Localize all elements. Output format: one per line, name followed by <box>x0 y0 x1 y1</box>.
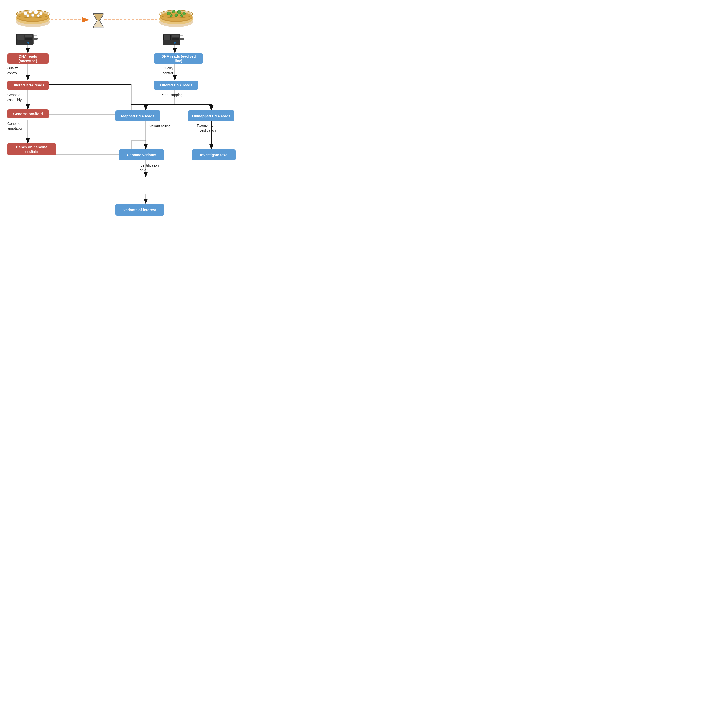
workflow-diagram: DNA reads (ancestor ) Qualitycontrol Fil… <box>0 0 243 238</box>
svg-rect-44 <box>180 38 184 39</box>
box-unmapped: Unmapped DNA reads <box>188 111 234 121</box>
svg-point-27 <box>175 14 178 17</box>
petri-dish-ancestor <box>15 5 51 30</box>
svg-point-14 <box>37 14 40 17</box>
svg-point-25 <box>183 12 185 15</box>
svg-point-22 <box>167 12 170 15</box>
label-taxonomic: TaxonomicInvestigation <box>197 123 216 133</box>
svg-rect-40 <box>164 35 170 39</box>
box-genes-scaffold: Genes on genome scaffold <box>7 143 56 155</box>
svg-point-13 <box>31 14 34 17</box>
hourglass-icon <box>91 12 106 31</box>
svg-rect-42 <box>172 38 179 40</box>
label-genome-assembly: Genomeassembly <box>7 93 21 102</box>
box-variants-interest: Variants of interest <box>116 204 164 215</box>
box-investigate-taxa: Investigate taxa <box>192 149 236 160</box>
sequencer-right <box>161 32 186 47</box>
svg-point-43 <box>174 42 176 44</box>
svg-point-34 <box>27 42 29 44</box>
svg-rect-35 <box>33 38 38 39</box>
svg-point-24 <box>177 10 181 14</box>
box-dna-ancestor: DNA reads (ancestor ) <box>7 53 49 64</box>
label-genome-annotation: Genomeannotation <box>7 121 23 131</box>
box-filtered-evolved: Filtered DNA reads <box>154 80 198 90</box>
label-read-mapping: Read mapping <box>160 93 182 98</box>
label-quality-control-right: Qualitycontrol <box>163 66 173 76</box>
svg-rect-31 <box>17 35 24 39</box>
box-dna-evolved: DNA reads (evolved line) <box>154 53 203 64</box>
svg-point-15 <box>98 20 99 21</box>
sequencer-left <box>15 32 40 47</box>
svg-point-9 <box>29 10 32 13</box>
svg-point-12 <box>27 14 29 17</box>
label-identification-voi: Identificationof VOI <box>140 163 159 173</box>
label-quality-control-left: Qualitycontrol <box>7 66 18 76</box>
box-mapped: Mapped DNA reads <box>116 111 160 121</box>
svg-point-10 <box>34 10 38 14</box>
petri-dish-evolved <box>158 5 195 30</box>
svg-point-23 <box>172 10 175 13</box>
box-genome-scaffold: Genome scaffold <box>7 109 49 118</box>
svg-rect-41 <box>172 35 179 37</box>
svg-point-8 <box>24 12 27 15</box>
label-variant-calling: Variant calling <box>149 124 170 129</box>
box-genome-variants: Genome variants <box>119 149 164 160</box>
svg-point-11 <box>40 12 42 15</box>
svg-rect-33 <box>25 38 32 40</box>
box-filtered-ancestor: Filtered DNA reads <box>7 80 49 90</box>
svg-point-26 <box>170 14 172 17</box>
svg-rect-32 <box>25 35 32 37</box>
svg-point-28 <box>181 14 183 17</box>
